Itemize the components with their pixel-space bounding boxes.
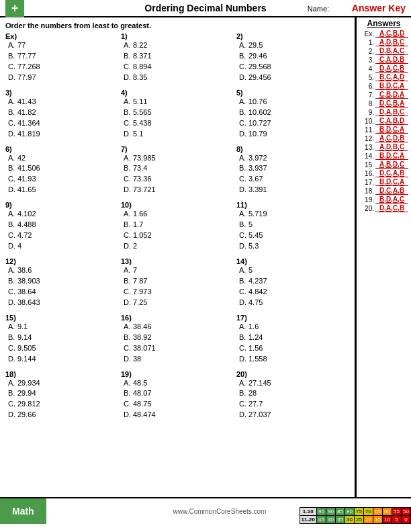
problem-block: 7) A. 73.985 B. 73.4 C. 73.36 D. 73.721 <box>121 145 234 196</box>
choice-row: A. 1.66 <box>124 209 234 220</box>
choice-letter: C. <box>239 62 247 73</box>
choice-row: A. 48.5 <box>124 378 234 389</box>
choice-value: 41.43 <box>17 97 36 107</box>
choice-row: D. 10.79 <box>239 129 349 140</box>
answer-value: A,D,B,C <box>375 143 408 151</box>
answer-number: 9. <box>359 109 374 116</box>
choice-letter: A. <box>8 378 16 389</box>
choice-value: 73.4 <box>133 163 147 174</box>
answer-number: 5. <box>359 74 374 81</box>
choice-letter: D. <box>8 241 16 252</box>
problem-block: 18) A. 29.934 B. 29.94 C. 29.812 D. 29.6… <box>5 370 118 421</box>
choice-letter: A. <box>8 322 16 332</box>
choice-value: 28 <box>248 388 257 399</box>
choice-row: D. 2 <box>124 241 234 252</box>
answer-row: Ex. A,C,B,D <box>359 30 408 38</box>
problem-choices: A. 73.985 B. 73.4 C. 73.36 D. 73.721 <box>124 153 234 196</box>
choice-row: D. 41.65 <box>8 185 118 195</box>
choice-row: D. 9.144 <box>8 354 118 365</box>
choice-letter: C. <box>239 287 247 298</box>
choice-row: A. 77 <box>8 40 118 51</box>
choice-value: 4 <box>17 241 21 252</box>
problem-block: Ex) A. 77 B. 77.77 C. 77.268 D. 77.97 <box>5 32 118 83</box>
choice-letter: B. <box>8 107 16 118</box>
answer-row: 14. B,D,C,A <box>359 152 408 160</box>
choice-value: 1.558 <box>248 354 267 365</box>
answer-number: 8. <box>359 100 374 107</box>
choice-row: C. 38.64 <box>8 287 118 298</box>
choice-row: B. 4.488 <box>8 220 118 230</box>
answer-row: 10. C,A,B,D <box>359 117 408 125</box>
problem-number: 8) <box>236 145 243 153</box>
problem-choices: A. 29.934 B. 29.94 C. 29.812 D. 29.66 <box>8 378 118 421</box>
choice-value: 4.842 <box>248 287 267 298</box>
choice-row: C. 9.505 <box>8 343 118 354</box>
choice-letter: C. <box>124 174 132 185</box>
choice-letter: C. <box>8 62 16 73</box>
choice-row: C. 3.67 <box>239 174 349 185</box>
choice-row: A. 73.985 <box>124 153 234 164</box>
choice-row: D. 4 <box>8 241 118 252</box>
choice-row: A. 29.934 <box>8 378 118 389</box>
answer-row: 1. A,D,B,C <box>359 38 408 46</box>
choice-letter: A. <box>239 378 247 389</box>
problem-choices: A. 1.66 B. 1.7 C. 1.052 D. 2 <box>124 209 234 252</box>
choice-row: C. 5.438 <box>124 118 234 129</box>
choice-letter: B. <box>8 332 16 343</box>
problem-header: 19) <box>121 370 234 378</box>
choice-value: 2 <box>133 241 137 252</box>
choice-row: C. 10.727 <box>239 118 349 129</box>
problem-header: 2) <box>236 32 349 40</box>
answer-row: 18. D,C,A,B <box>359 187 408 195</box>
choice-row: B. 5 <box>239 220 349 230</box>
choice-letter: B. <box>239 276 247 287</box>
problem-header: 3) <box>5 89 118 97</box>
choice-letter: D. <box>239 410 247 420</box>
answer-number: 19. <box>359 196 374 204</box>
choice-value: 41.82 <box>17 107 36 118</box>
answer-key-label: Answer Key <box>352 3 406 13</box>
answer-row: 16. D,C,A,B <box>359 169 408 177</box>
problem-number: 18) <box>5 370 16 378</box>
choice-letter: D. <box>124 129 132 140</box>
problem-choices: A. 41.43 B. 41.82 C. 41.364 D. 41.819 <box>8 97 118 140</box>
footer-scores: 1-10 95 90 85 80 75 70 65 60 55 50 11-20… <box>300 507 411 524</box>
choice-value: 48.5 <box>133 378 147 389</box>
choice-value: 1.052 <box>133 230 152 241</box>
problem-choices: A. 4.102 B. 4.488 C. 4.72 D. 4 <box>8 209 118 252</box>
problem-header: 7) <box>121 145 234 153</box>
problem-number: 6) <box>5 145 12 153</box>
choice-letter: B. <box>124 388 132 399</box>
answer-value: B,D,C,A <box>375 82 408 90</box>
problem-number: 14) <box>236 257 247 265</box>
choice-row: B. 1.7 <box>124 220 234 230</box>
answer-value: D,C,A,B <box>375 187 408 195</box>
problem-block: 8) A. 3.972 B. 3.937 C. 3.67 D. 3.391 <box>236 145 349 196</box>
choice-row: A. 5.11 <box>124 97 234 107</box>
choice-value: 4.488 <box>17 220 36 230</box>
page-header: + Ordering Decimal Numbers Name: Answer … <box>0 0 411 17</box>
problem-block: 2) A. 29.5 B. 29.46 C. 29.568 D. 29.456 <box>236 32 349 83</box>
choice-value: 38.643 <box>17 298 40 308</box>
choice-letter: D. <box>8 185 16 195</box>
choice-value: 41.819 <box>17 129 40 140</box>
answer-row: 5. B,C,A,D <box>359 73 408 81</box>
choice-letter: B. <box>8 51 16 62</box>
header-name-area: Name: Answer Key <box>308 3 406 13</box>
choice-value: 9.1 <box>17 322 28 332</box>
choice-letter: D. <box>239 185 247 195</box>
choice-letter: C. <box>239 174 247 185</box>
problem-block: 11) A. 5.719 B. 5 C. 5.45 D. 5.3 <box>236 201 349 252</box>
choice-value: 1.7 <box>133 220 143 230</box>
choice-letter: D. <box>8 354 16 365</box>
choice-letter: A. <box>124 97 132 107</box>
choice-value: 41.364 <box>17 118 40 129</box>
answer-number: 15. <box>359 161 374 169</box>
choice-row: B. 4.237 <box>239 276 349 287</box>
choice-letter: B. <box>124 51 132 62</box>
choice-row: A. 10.76 <box>239 97 349 107</box>
choice-row: C. 41.364 <box>8 118 118 129</box>
problem-block: 19) A. 48.5 B. 48.07 C. 48.75 D. 48.474 <box>121 370 234 421</box>
choice-value: 3.67 <box>248 174 263 185</box>
choice-value: 73.721 <box>133 185 156 195</box>
